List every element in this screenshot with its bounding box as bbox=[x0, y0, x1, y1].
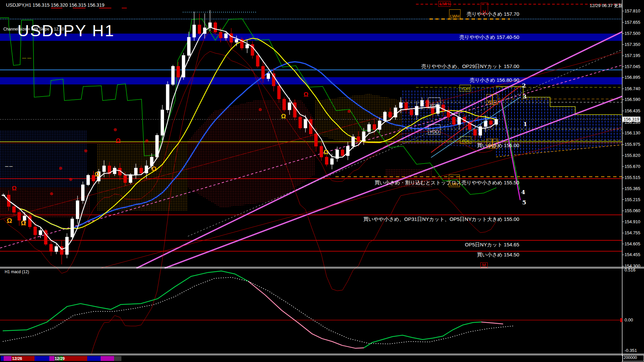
signal-marker: ⊗ bbox=[113, 127, 117, 132]
session-segment bbox=[87, 356, 101, 361]
level-box-ydh[interactable]: YDH bbox=[460, 85, 471, 92]
macd-tick: -0.351 bbox=[625, 348, 637, 353]
level-box-lmh[interactable]: LMH bbox=[438, 1, 450, 7]
signal-marker: Ω bbox=[12, 185, 16, 191]
session-segment bbox=[4, 356, 11, 361]
price-tick: 157.500 bbox=[625, 31, 640, 36]
wave-number-2: 2 bbox=[522, 82, 526, 89]
signal-marker: — — bbox=[5, 165, 13, 168]
level-box-d[interactable]: D bbox=[492, 94, 498, 105]
session-timeline[interactable]: 12/2612/29 bbox=[0, 356, 622, 361]
price-tick: 157.810 bbox=[625, 8, 640, 13]
wave-number-3: 3 bbox=[523, 93, 527, 100]
trade-note: 売りやや小さめ、OP29日NYカット 157.00 bbox=[421, 63, 519, 70]
signal-marker: ⊗ bbox=[347, 109, 351, 113]
ohlc-underline bbox=[73, 8, 86, 8]
signal-marker: ⊗ bbox=[84, 148, 88, 153]
trade-note: 売り小さめ 156.80-90 bbox=[470, 77, 519, 83]
trade-note: 売りやや小さめ 157.70 bbox=[467, 11, 519, 17]
volume-scale-label: 200000 bbox=[623, 355, 644, 361]
signal-marker: ⊗ bbox=[258, 107, 262, 112]
price-tick: 155.515 bbox=[625, 175, 640, 180]
level-box-m[interactable]: M bbox=[480, 262, 488, 268]
session-segment bbox=[1, 356, 4, 361]
macd-tick: 0.00 bbox=[625, 317, 633, 322]
price-tick: 155.670 bbox=[625, 164, 640, 169]
ohlc-underline bbox=[122, 8, 127, 8]
wave-number-5: 5 bbox=[522, 199, 526, 206]
chart-window: USDJPY H1 USDJPY,H1 156.315 156.320 156.… bbox=[0, 0, 644, 362]
price-tick: 157.350 bbox=[625, 42, 640, 47]
macd-tick: 0.516 bbox=[625, 267, 636, 273]
price-tick: 157.045 bbox=[625, 64, 640, 69]
signal-marker: ⊗ bbox=[59, 166, 62, 170]
price-tick: 157.655 bbox=[625, 20, 640, 25]
price-tick: 156.895 bbox=[625, 75, 640, 80]
wave-number-1: 1 bbox=[523, 121, 527, 127]
updated-timestamp: 12/29 06:37 更新 bbox=[590, 3, 623, 9]
level-box-lwl[interactable]: LWL bbox=[449, 175, 460, 187]
ohlc-underline bbox=[51, 8, 62, 8]
plot-area bbox=[0, 4, 644, 362]
signal-marker: Ω bbox=[324, 149, 328, 155]
session-segment bbox=[63, 356, 87, 361]
price-tick: 154.455 bbox=[625, 252, 640, 257]
price-tick: 157.195 bbox=[625, 53, 640, 58]
price-tick: 155.365 bbox=[625, 186, 640, 191]
signal-marker: Ω bbox=[281, 113, 286, 119]
ohlc-readout: USDJPY,H1 156.315 156.320 156.315 156.31… bbox=[6, 2, 104, 8]
price-tick: 154.605 bbox=[625, 241, 640, 246]
current-price-tag: 156.319 bbox=[623, 117, 640, 122]
price-tick: 156.435 bbox=[625, 108, 640, 113]
level-box-d[interactable]: D bbox=[492, 139, 498, 148]
wave-number-4: 4 bbox=[521, 189, 525, 195]
signal-marker: Ω bbox=[152, 166, 156, 172]
signal-marker: Ω bbox=[116, 138, 120, 144]
price-tick: 155.975 bbox=[625, 142, 640, 147]
signal-marker: — — bbox=[22, 56, 31, 60]
price-tick: 155.215 bbox=[625, 197, 640, 202]
signal-marker: ⊗ bbox=[50, 191, 53, 196]
channel-info: Channel size = 849 Slope = 12.10 bbox=[3, 27, 64, 32]
level-box-ydl[interactable]: YDL bbox=[460, 136, 471, 144]
signal-marker: Ω bbox=[21, 220, 26, 226]
trade-note: 買い小さめ 154.50 bbox=[477, 252, 519, 258]
session-segment bbox=[114, 356, 121, 361]
level-box-m[interactable]: M bbox=[481, 3, 488, 15]
chart-canvas[interactable] bbox=[0, 0, 644, 362]
macd-indicator-label: H1 macd (12) bbox=[5, 269, 29, 274]
session-segment bbox=[49, 356, 54, 361]
signal-marker: ⊗ bbox=[145, 138, 149, 143]
signal-marker: Ω bbox=[304, 92, 308, 98]
date-label: 12/29 bbox=[55, 356, 65, 361]
trade-note: OP5日NYカット 154.65 bbox=[465, 242, 519, 248]
session-segment bbox=[35, 356, 49, 361]
trade-note: 売りやや小さめ 157.40-50 bbox=[460, 34, 519, 41]
price-tick: 156.740 bbox=[625, 86, 640, 91]
signal-marker: ⊗ bbox=[69, 177, 72, 181]
price-tick: 154.755 bbox=[625, 230, 640, 235]
price-tick: 155.820 bbox=[625, 153, 640, 158]
session-segment bbox=[101, 356, 114, 361]
trade-note: 買い小さめ・割り込むとストップロス売りやや小さめめ 155.50 bbox=[375, 180, 519, 186]
ohlc-underline bbox=[99, 8, 111, 8]
signal-marker: Ω bbox=[7, 217, 12, 224]
price-tick: 156.590 bbox=[625, 97, 640, 102]
level-box-ydo[interactable]: YDO bbox=[428, 124, 440, 135]
signal-marker: Ω bbox=[95, 171, 99, 177]
date-label: 12/26 bbox=[12, 356, 22, 361]
price-tick: 154.910 bbox=[625, 219, 640, 224]
price-tick: 156.130 bbox=[625, 130, 640, 135]
level-box-ydc[interactable]: YDC bbox=[428, 98, 440, 108]
level-box-lwh[interactable]: LWH bbox=[449, 9, 461, 19]
price-tick: 155.060 bbox=[625, 208, 640, 213]
trade-note: 買いやや小さめ、OP31日NYカット、OP5日NYカット大きめ 155.00 bbox=[363, 216, 519, 223]
